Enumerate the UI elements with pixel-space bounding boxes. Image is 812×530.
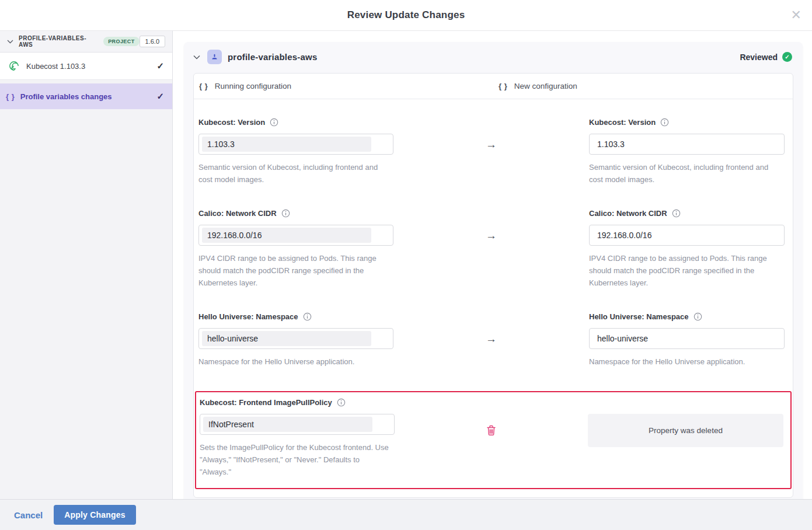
braces-icon: { }: [499, 82, 508, 90]
arrow-right-icon: →: [486, 333, 497, 344]
running-value-input[interactable]: 192.168.0.0/16: [198, 225, 393, 246]
new-value-input[interactable]: hello-universe: [589, 328, 785, 349]
info-icon[interactable]: [337, 398, 346, 407]
deleted-property-highlight: Kubecost: Frontend ImagePullPolicy IfNot…: [195, 391, 792, 489]
change-indicator: [395, 398, 588, 478]
modal-title: Review Update Changes: [347, 9, 465, 21]
running-field: Hello Universe: Namespace hello-universe…: [198, 312, 393, 368]
change-indicator: →: [393, 118, 589, 186]
running-field: Kubecost: Version 1.103.3 Semantic versi…: [198, 118, 393, 186]
modal-header: Review Update Changes ✕: [0, 0, 812, 31]
property-deleted-message: Property was deleted: [588, 414, 783, 447]
info-icon[interactable]: [303, 312, 312, 321]
running-value-input[interactable]: hello-universe: [198, 328, 393, 349]
profile-name: PROFILE-VARIABLES-AWS: [19, 35, 99, 48]
field-row-hello-universe-namespace: Hello Universe: Namespace hello-universe…: [198, 312, 785, 368]
sidebar-item-profile-variables-changes[interactable]: { } Profile variables changes ✓: [0, 83, 172, 109]
sidebar-item-label: Profile variables changes: [20, 92, 112, 101]
pack-icon: [207, 50, 222, 64]
field-description: Semantic version of Kubecost, including …: [198, 161, 391, 186]
field-label: Calico: Network CIDR: [198, 209, 277, 218]
profile-section-card: profile-variables-aws Reviewed ✓ { } Run…: [184, 42, 803, 499]
field-description: IPV4 CIDR range to be assigned to Pods. …: [589, 252, 782, 289]
field-description: IPV4 CIDR range to be assigned to Pods. …: [198, 252, 391, 289]
configuration-column-headers: { } Running configuration { } New config…: [194, 74, 793, 99]
running-configuration-header: { } Running configuration: [194, 74, 493, 99]
configuration-diff-panel: { } Running configuration { } New config…: [193, 73, 793, 498]
modal-footer: Cancel Apply Changes: [0, 499, 812, 530]
reviewed-check-icon: ✓: [782, 52, 792, 62]
info-icon[interactable]: [660, 118, 669, 127]
new-field: Calico: Network CIDR 192.168.0.0/16 IPV4…: [589, 209, 785, 289]
field-label: Kubecost: Frontend ImagePullPolicy: [200, 398, 332, 407]
arrow-right-icon: →: [486, 139, 497, 150]
running-value-input[interactable]: 1.103.3: [198, 134, 393, 155]
field-label: Calico: Network CIDR: [589, 209, 667, 218]
profile-sidebar: PROFILE-VARIABLES-AWS PROJECT 1.6.0 Kube…: [0, 31, 173, 499]
sidebar-profile-header[interactable]: PROFILE-VARIABLES-AWS PROJECT 1.6.0: [0, 31, 172, 53]
check-icon: ✓: [156, 61, 164, 71]
trash-icon[interactable]: [486, 425, 496, 436]
check-icon: ✓: [156, 91, 164, 102]
field-label: Kubecost: Version: [198, 118, 265, 127]
new-field: Kubecost: Version 1.103.3 Semantic versi…: [589, 118, 785, 186]
info-icon[interactable]: [270, 118, 278, 127]
info-icon[interactable]: [672, 209, 681, 218]
info-icon[interactable]: [693, 312, 702, 321]
profile-section-title: profile-variables-aws: [228, 52, 317, 62]
field-description: Namespace for the Hello Universe applica…: [198, 355, 391, 368]
kubecost-logo-icon: [8, 60, 20, 72]
profile-section-header[interactable]: profile-variables-aws Reviewed ✓: [184, 42, 803, 71]
column-label: New configuration: [514, 82, 577, 90]
main-content: profile-variables-aws Reviewed ✓ { } Run…: [173, 31, 812, 499]
new-field: Property was deleted: [588, 398, 783, 478]
braces-icon: { }: [199, 82, 208, 90]
new-value-input[interactable]: 192.168.0.0/16: [589, 225, 785, 246]
arrow-right-icon: →: [486, 230, 497, 241]
apply-changes-button[interactable]: Apply Changes: [54, 505, 136, 525]
field-label: Hello Universe: Namespace: [589, 312, 689, 321]
chevron-down-icon[interactable]: [193, 55, 200, 60]
sidebar-item-kubecost[interactable]: Kubecost 1.103.3 ✓: [0, 53, 172, 80]
field-description: Namespace for the Hello Universe applica…: [589, 355, 782, 368]
review-update-changes-modal: Review Update Changes ✕ PROFILE-VARIABLE…: [0, 0, 812, 530]
review-status: Reviewed ✓: [740, 52, 792, 62]
field-row-calico-network-cidr: Calico: Network CIDR 192.168.0.0/16 IPV4…: [198, 209, 785, 289]
new-value-input[interactable]: 1.103.3: [589, 134, 785, 155]
field-label: Hello Universe: Namespace: [198, 312, 298, 321]
change-indicator: →: [393, 312, 589, 368]
running-value-input[interactable]: IfNotPresent: [200, 414, 395, 435]
field-description: Sets the ImagePullPolicy for the Kubecos…: [200, 441, 392, 478]
fields-list: Kubecost: Version 1.103.3 Semantic versi…: [194, 99, 793, 497]
new-field: Hello Universe: Namespace hello-universe…: [589, 312, 785, 368]
new-configuration-header: { } New configuration: [493, 74, 793, 99]
profile-version-select[interactable]: 1.6.0: [140, 36, 165, 47]
close-icon[interactable]: ✕: [789, 8, 804, 22]
cancel-button[interactable]: Cancel: [12, 507, 45, 524]
field-label: Kubecost: Version: [589, 118, 656, 127]
chevron-down-icon[interactable]: [7, 40, 13, 44]
field-description: Semantic version of Kubecost, including …: [589, 161, 782, 186]
change-indicator: →: [393, 209, 589, 289]
running-field: Kubecost: Frontend ImagePullPolicy IfNot…: [200, 398, 395, 478]
column-label: Running configuration: [215, 82, 291, 90]
reviewed-label: Reviewed: [740, 53, 778, 62]
info-icon[interactable]: [281, 209, 290, 218]
field-row-kubecost-frontend-imagepullpolicy: Kubecost: Frontend ImagePullPolicy IfNot…: [200, 398, 783, 478]
braces-icon: { }: [6, 92, 15, 101]
sidebar-item-label: Kubecost 1.103.3: [26, 62, 85, 71]
running-field: Calico: Network CIDR 192.168.0.0/16 IPV4…: [198, 209, 393, 289]
project-badge: PROJECT: [103, 37, 139, 46]
field-row-kubecost-version: Kubecost: Version 1.103.3 Semantic versi…: [198, 118, 785, 186]
